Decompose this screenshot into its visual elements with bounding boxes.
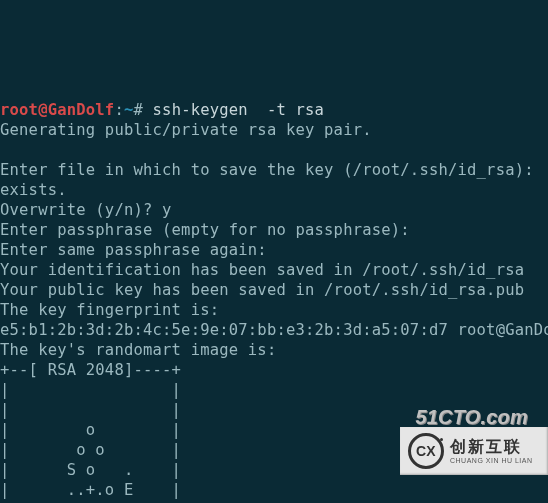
prompt-line-1: root@GanDolf:~# ssh-keygen -t rsa <box>0 101 324 119</box>
out-line: The key fingerprint is: <box>0 301 219 319</box>
out-line: | S o . | <box>0 461 181 479</box>
out-line: Enter same passphrase again: <box>0 241 267 259</box>
watermark-badge: CX 创新互联 CHUANG XIN HU LIAN <box>400 427 548 475</box>
out-line: | | <box>0 381 181 399</box>
out-line: | | <box>0 401 181 419</box>
out-line: e5:b1:2b:3d:2b:4c:5e:9e:07:bb:e3:2b:3d:a… <box>0 321 548 339</box>
command-1[interactable]: ssh-keygen -t rsa <box>153 101 325 119</box>
out-line: Overwrite (y/n)? y <box>0 201 172 219</box>
watermark-text-block: 创新互联 CHUANG XIN HU LIAN <box>450 439 533 464</box>
prompt-sep: : <box>114 101 124 119</box>
out-line: +--[ RSA 2048]----+ <box>0 361 181 379</box>
watermark-site-text: 51CTO.com <box>415 407 528 427</box>
watermark-en-text: CHUANG XIN HU LIAN <box>450 457 533 464</box>
out-line: Enter file in which to save the key (/ro… <box>0 161 534 179</box>
watermark-logo-icon: CX <box>408 433 444 469</box>
out-line: The key's randomart image is: <box>0 341 276 359</box>
out-line: Generating public/private rsa key pair. <box>0 121 372 139</box>
prompt-user: root@GanDolf <box>0 101 114 119</box>
out-line: Your identification has been saved in /r… <box>0 261 524 279</box>
out-line: exists. <box>0 181 67 199</box>
out-line: | ..+.o E | <box>0 481 181 499</box>
out-line: Enter passphrase (empty for no passphras… <box>0 221 410 239</box>
prompt-hash: # <box>133 101 152 119</box>
watermark-cn-text: 创新互联 <box>450 439 533 455</box>
out-line: | o | <box>0 421 181 439</box>
out-line: Your public key has been saved in /root/… <box>0 281 524 299</box>
out-line: | o o | <box>0 441 181 459</box>
